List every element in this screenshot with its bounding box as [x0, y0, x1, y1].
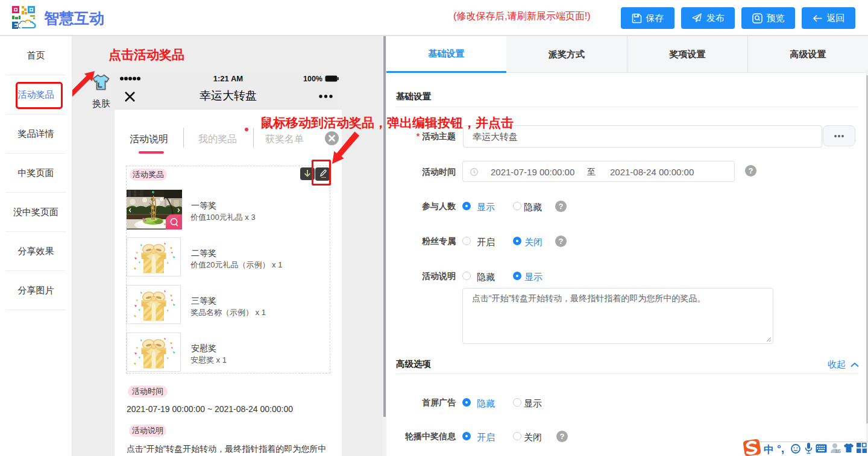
- svg-text:15: 15: [835, 448, 841, 454]
